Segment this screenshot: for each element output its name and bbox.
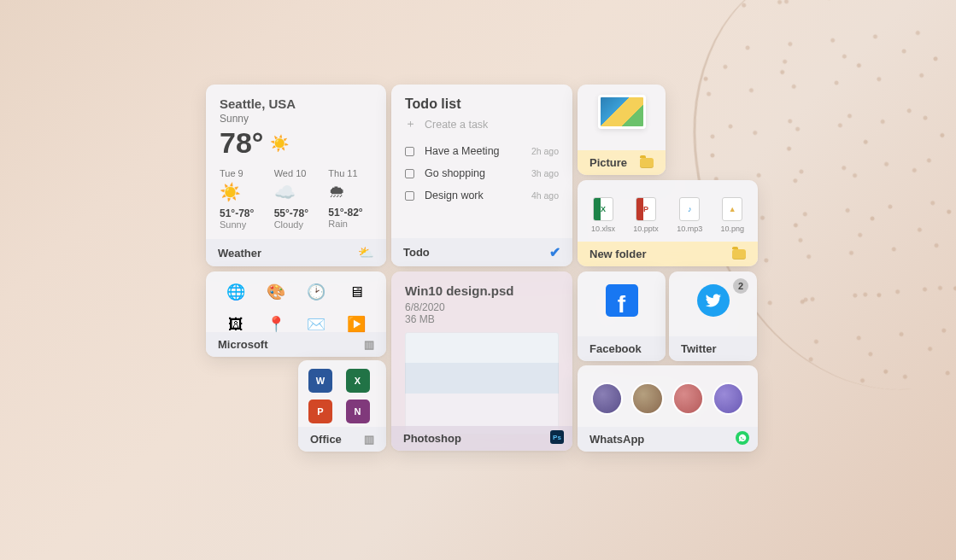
day-name: Thu 11 bbox=[328, 168, 372, 178]
screen-icon[interactable]: 🖥 bbox=[343, 278, 370, 306]
newfolder-footer-label: New folder bbox=[589, 248, 646, 260]
psd-footer-label: Photoshop bbox=[403, 432, 461, 445]
day-range: 51°-82° bbox=[328, 207, 372, 219]
day-name: Tue 9 bbox=[220, 168, 264, 178]
file-png[interactable]: ▲10.png bbox=[720, 197, 744, 233]
weather-footer: Weather ⛅ bbox=[206, 239, 386, 266]
file-pptx[interactable]: P10.pptx bbox=[633, 197, 659, 233]
picture-footer: Picture bbox=[578, 150, 666, 175]
twitter-footer: Twitter bbox=[669, 336, 757, 361]
pptx-icon: P bbox=[636, 197, 656, 221]
sun-icon: ☀️ bbox=[270, 134, 289, 153]
contact-avatar[interactable] bbox=[672, 382, 704, 415]
psd-date: 6/8/2020 bbox=[391, 301, 572, 313]
photoshop-icon: Ps bbox=[550, 430, 564, 444]
facebook-footer-label: Facebook bbox=[589, 342, 642, 355]
forecast-day[interactable]: Thu 11 🌧 51°-82° Rain bbox=[328, 168, 372, 230]
newfolder-footer: New folder bbox=[578, 242, 758, 266]
picture-tile[interactable]: Picture bbox=[578, 85, 666, 175]
day-range: 55°-78° bbox=[274, 207, 319, 219]
day-name: Wed 10 bbox=[274, 168, 319, 178]
weather-day-icon: ☁️ bbox=[274, 182, 319, 202]
contact-avatar[interactable] bbox=[713, 382, 744, 415]
file-label: 10.xlsx bbox=[591, 225, 615, 233]
weather-forecast: Tue 9 ☀️ 51°-78° Sunny Wed 10 ☁️ 55°-78°… bbox=[206, 168, 386, 230]
microsoft-footer: Microsoft ▥ bbox=[206, 332, 386, 357]
file-row: X10.xlsx P10.pptx ♪10.mp3 ▲10.png bbox=[578, 180, 758, 233]
onenote-icon[interactable]: N bbox=[346, 400, 370, 423]
forecast-day[interactable]: Wed 10 ☁️ 55°-78° Cloudy bbox=[274, 168, 319, 230]
file-label: 10.png bbox=[720, 225, 744, 233]
weather-day-icon: ☀️ bbox=[220, 182, 264, 202]
todo-tile[interactable]: Todo list ＋ Create a task Have a Meeting… bbox=[391, 85, 572, 266]
office-group-tile[interactable]: W X P N Office ▥ bbox=[298, 360, 386, 452]
psd-title: Win10 design.psd bbox=[391, 271, 572, 301]
clock-icon[interactable]: 🕑 bbox=[302, 278, 330, 306]
edge-icon[interactable]: 🌐 bbox=[222, 278, 249, 306]
contact-avatar[interactable] bbox=[591, 382, 623, 415]
plus-icon: ＋ bbox=[405, 117, 416, 131]
file-label: 10.mp3 bbox=[677, 225, 702, 233]
todo-item-label: Have a Meeting bbox=[425, 145, 500, 157]
group-icon: ▥ bbox=[364, 433, 374, 446]
xlsx-icon: X bbox=[593, 197, 613, 221]
weather-app-icon: ⛅ bbox=[358, 245, 374, 260]
excel-icon[interactable]: X bbox=[346, 369, 370, 393]
notification-badge: 2 bbox=[733, 278, 748, 294]
office-footer-label: Office bbox=[310, 433, 342, 446]
todo-item-label: Go shopping bbox=[425, 167, 485, 179]
psd-preview bbox=[405, 332, 559, 435]
psd-footer: Photoshop bbox=[391, 426, 572, 451]
weather-condition: Sunny bbox=[206, 113, 386, 125]
music-icon: ♪ bbox=[679, 197, 700, 221]
create-task-button[interactable]: ＋ Create a task bbox=[391, 117, 572, 140]
day-cond: Sunny bbox=[220, 219, 264, 230]
word-icon[interactable]: W bbox=[308, 369, 332, 393]
whatsapp-footer-label: WhatsApp bbox=[589, 433, 644, 446]
todo-item[interactable]: Design work 4h ago bbox=[391, 184, 572, 207]
todo-footer: Todo ✔ bbox=[391, 238, 572, 266]
file-label: 10.pptx bbox=[633, 225, 659, 233]
day-cond: Rain bbox=[328, 219, 372, 229]
file-mp3[interactable]: ♪10.mp3 bbox=[677, 197, 702, 233]
microsoft-group-tile[interactable]: 🌐 🎨 🕑 🖥 🖼 📍 ✉️ ▶️ Microsoft ▥ bbox=[206, 271, 386, 357]
newfolder-tile[interactable]: X10.xlsx P10.pptx ♪10.mp3 ▲10.png New fo… bbox=[578, 180, 758, 266]
check-icon: ✔ bbox=[549, 244, 560, 260]
todo-item-time: 2h ago bbox=[531, 146, 559, 156]
twitter-icon bbox=[697, 284, 730, 317]
picture-footer-label: Picture bbox=[589, 156, 627, 169]
powerpoint-icon[interactable]: P bbox=[308, 400, 332, 423]
twitter-footer-label: Twitter bbox=[681, 342, 717, 355]
todo-footer-label: Todo bbox=[403, 246, 430, 259]
office-apps: W X P N bbox=[298, 360, 386, 423]
checkbox-icon[interactable] bbox=[405, 169, 414, 178]
todo-item[interactable]: Have a Meeting 2h ago bbox=[391, 140, 572, 162]
photoshop-file-tile[interactable]: Win10 design.psd 6/8/2020 36 MB Photosho… bbox=[391, 271, 572, 451]
weather-city: Seattle, USA bbox=[206, 85, 386, 113]
whatsapp-contacts bbox=[578, 365, 758, 415]
twitter-tile[interactable]: 2 Twitter bbox=[669, 271, 757, 361]
contact-avatar[interactable] bbox=[631, 382, 663, 415]
psd-size: 36 MB bbox=[391, 313, 572, 325]
facebook-tile[interactable]: f Facebook bbox=[578, 271, 666, 361]
paint-icon[interactable]: 🎨 bbox=[262, 278, 290, 306]
weather-temp: 78° ☀️ bbox=[206, 125, 386, 168]
whatsapp-icon bbox=[736, 431, 749, 445]
office-footer: Office ▥ bbox=[298, 427, 386, 452]
checkbox-icon[interactable] bbox=[405, 191, 414, 201]
folder-icon bbox=[640, 158, 654, 168]
forecast-day[interactable]: Tue 9 ☀️ 51°-78° Sunny bbox=[220, 168, 264, 230]
facebook-icon: f bbox=[606, 284, 638, 317]
file-xlsx[interactable]: X10.xlsx bbox=[591, 197, 615, 233]
todo-item[interactable]: Go shopping 3h ago bbox=[391, 162, 572, 184]
checkbox-icon[interactable] bbox=[405, 147, 414, 156]
weather-tile[interactable]: Seattle, USA Sunny 78° ☀️ Tue 9 ☀️ 51°-7… bbox=[206, 85, 386, 266]
group-icon: ▥ bbox=[364, 338, 374, 351]
todo-item-time: 4h ago bbox=[531, 190, 559, 201]
todo-item-time: 3h ago bbox=[531, 168, 559, 178]
todo-item-label: Design work bbox=[425, 190, 484, 201]
create-task-label: Create a task bbox=[425, 119, 488, 131]
weather-temp-value: 78° bbox=[220, 126, 263, 160]
whatsapp-tile[interactable]: WhatsApp bbox=[578, 365, 758, 452]
todo-title: Todo list bbox=[391, 85, 572, 117]
